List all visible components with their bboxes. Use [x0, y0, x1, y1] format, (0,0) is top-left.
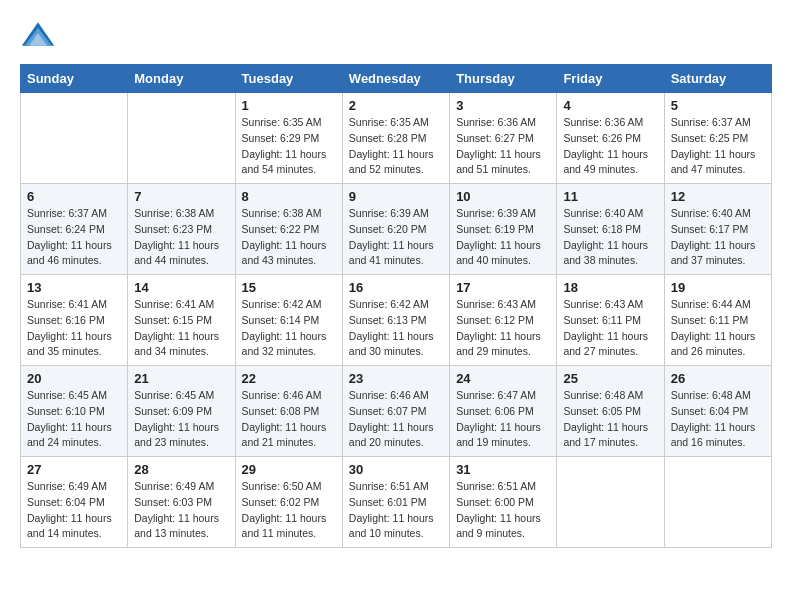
- day-number: 20: [27, 371, 121, 386]
- day-detail: Sunrise: 6:49 AMSunset: 6:04 PMDaylight:…: [27, 479, 121, 542]
- calendar-week-row: 1Sunrise: 6:35 AMSunset: 6:29 PMDaylight…: [21, 93, 772, 184]
- day-detail: Sunrise: 6:48 AMSunset: 6:05 PMDaylight:…: [563, 388, 657, 451]
- day-detail: Sunrise: 6:51 AMSunset: 6:01 PMDaylight:…: [349, 479, 443, 542]
- day-number: 22: [242, 371, 336, 386]
- weekday-header-saturday: Saturday: [664, 65, 771, 93]
- calendar-cell: 22Sunrise: 6:46 AMSunset: 6:08 PMDayligh…: [235, 366, 342, 457]
- calendar-cell: 15Sunrise: 6:42 AMSunset: 6:14 PMDayligh…: [235, 275, 342, 366]
- logo-icon: [20, 20, 56, 48]
- day-detail: Sunrise: 6:41 AMSunset: 6:16 PMDaylight:…: [27, 297, 121, 360]
- day-detail: Sunrise: 6:47 AMSunset: 6:06 PMDaylight:…: [456, 388, 550, 451]
- calendar-cell: [557, 457, 664, 548]
- calendar-cell: 18Sunrise: 6:43 AMSunset: 6:11 PMDayligh…: [557, 275, 664, 366]
- day-detail: Sunrise: 6:36 AMSunset: 6:27 PMDaylight:…: [456, 115, 550, 178]
- day-number: 6: [27, 189, 121, 204]
- calendar-cell: 30Sunrise: 6:51 AMSunset: 6:01 PMDayligh…: [342, 457, 449, 548]
- day-number: 13: [27, 280, 121, 295]
- day-detail: Sunrise: 6:40 AMSunset: 6:17 PMDaylight:…: [671, 206, 765, 269]
- day-detail: Sunrise: 6:36 AMSunset: 6:26 PMDaylight:…: [563, 115, 657, 178]
- day-detail: Sunrise: 6:38 AMSunset: 6:22 PMDaylight:…: [242, 206, 336, 269]
- calendar-cell: 17Sunrise: 6:43 AMSunset: 6:12 PMDayligh…: [450, 275, 557, 366]
- day-detail: Sunrise: 6:37 AMSunset: 6:25 PMDaylight:…: [671, 115, 765, 178]
- day-number: 5: [671, 98, 765, 113]
- calendar-cell: 6Sunrise: 6:37 AMSunset: 6:24 PMDaylight…: [21, 184, 128, 275]
- weekday-header-monday: Monday: [128, 65, 235, 93]
- weekday-header-thursday: Thursday: [450, 65, 557, 93]
- day-detail: Sunrise: 6:42 AMSunset: 6:14 PMDaylight:…: [242, 297, 336, 360]
- day-detail: Sunrise: 6:51 AMSunset: 6:00 PMDaylight:…: [456, 479, 550, 542]
- calendar-cell: 16Sunrise: 6:42 AMSunset: 6:13 PMDayligh…: [342, 275, 449, 366]
- calendar-cell: 7Sunrise: 6:38 AMSunset: 6:23 PMDaylight…: [128, 184, 235, 275]
- calendar-cell: 11Sunrise: 6:40 AMSunset: 6:18 PMDayligh…: [557, 184, 664, 275]
- calendar-cell: 9Sunrise: 6:39 AMSunset: 6:20 PMDaylight…: [342, 184, 449, 275]
- day-number: 18: [563, 280, 657, 295]
- day-number: 10: [456, 189, 550, 204]
- calendar-cell: 26Sunrise: 6:48 AMSunset: 6:04 PMDayligh…: [664, 366, 771, 457]
- day-number: 25: [563, 371, 657, 386]
- calendar-cell: 5Sunrise: 6:37 AMSunset: 6:25 PMDaylight…: [664, 93, 771, 184]
- day-detail: Sunrise: 6:37 AMSunset: 6:24 PMDaylight:…: [27, 206, 121, 269]
- day-detail: Sunrise: 6:39 AMSunset: 6:20 PMDaylight:…: [349, 206, 443, 269]
- calendar-cell: 1Sunrise: 6:35 AMSunset: 6:29 PMDaylight…: [235, 93, 342, 184]
- calendar-cell: [664, 457, 771, 548]
- day-number: 28: [134, 462, 228, 477]
- calendar-week-row: 27Sunrise: 6:49 AMSunset: 6:04 PMDayligh…: [21, 457, 772, 548]
- calendar-week-row: 6Sunrise: 6:37 AMSunset: 6:24 PMDaylight…: [21, 184, 772, 275]
- day-number: 12: [671, 189, 765, 204]
- calendar-cell: 20Sunrise: 6:45 AMSunset: 6:10 PMDayligh…: [21, 366, 128, 457]
- day-detail: Sunrise: 6:48 AMSunset: 6:04 PMDaylight:…: [671, 388, 765, 451]
- day-number: 31: [456, 462, 550, 477]
- day-number: 17: [456, 280, 550, 295]
- day-number: 23: [349, 371, 443, 386]
- day-number: 14: [134, 280, 228, 295]
- calendar-cell: 28Sunrise: 6:49 AMSunset: 6:03 PMDayligh…: [128, 457, 235, 548]
- weekday-header-sunday: Sunday: [21, 65, 128, 93]
- day-number: 3: [456, 98, 550, 113]
- calendar-cell: [128, 93, 235, 184]
- day-number: 19: [671, 280, 765, 295]
- day-number: 30: [349, 462, 443, 477]
- page-header: [20, 20, 772, 48]
- logo: [20, 20, 62, 48]
- day-number: 8: [242, 189, 336, 204]
- day-detail: Sunrise: 6:49 AMSunset: 6:03 PMDaylight:…: [134, 479, 228, 542]
- day-detail: Sunrise: 6:45 AMSunset: 6:09 PMDaylight:…: [134, 388, 228, 451]
- calendar-cell: 27Sunrise: 6:49 AMSunset: 6:04 PMDayligh…: [21, 457, 128, 548]
- day-detail: Sunrise: 6:46 AMSunset: 6:08 PMDaylight:…: [242, 388, 336, 451]
- day-number: 29: [242, 462, 336, 477]
- day-number: 11: [563, 189, 657, 204]
- day-detail: Sunrise: 6:35 AMSunset: 6:29 PMDaylight:…: [242, 115, 336, 178]
- calendar-table: SundayMondayTuesdayWednesdayThursdayFrid…: [20, 64, 772, 548]
- day-detail: Sunrise: 6:44 AMSunset: 6:11 PMDaylight:…: [671, 297, 765, 360]
- day-detail: Sunrise: 6:38 AMSunset: 6:23 PMDaylight:…: [134, 206, 228, 269]
- calendar-cell: 3Sunrise: 6:36 AMSunset: 6:27 PMDaylight…: [450, 93, 557, 184]
- calendar-cell: 24Sunrise: 6:47 AMSunset: 6:06 PMDayligh…: [450, 366, 557, 457]
- calendar-cell: 12Sunrise: 6:40 AMSunset: 6:17 PMDayligh…: [664, 184, 771, 275]
- day-detail: Sunrise: 6:46 AMSunset: 6:07 PMDaylight:…: [349, 388, 443, 451]
- day-number: 7: [134, 189, 228, 204]
- calendar-cell: 19Sunrise: 6:44 AMSunset: 6:11 PMDayligh…: [664, 275, 771, 366]
- calendar-cell: 4Sunrise: 6:36 AMSunset: 6:26 PMDaylight…: [557, 93, 664, 184]
- calendar-cell: 2Sunrise: 6:35 AMSunset: 6:28 PMDaylight…: [342, 93, 449, 184]
- day-number: 2: [349, 98, 443, 113]
- day-detail: Sunrise: 6:43 AMSunset: 6:11 PMDaylight:…: [563, 297, 657, 360]
- calendar-cell: [21, 93, 128, 184]
- calendar-cell: 8Sunrise: 6:38 AMSunset: 6:22 PMDaylight…: [235, 184, 342, 275]
- day-detail: Sunrise: 6:43 AMSunset: 6:12 PMDaylight:…: [456, 297, 550, 360]
- calendar-cell: 14Sunrise: 6:41 AMSunset: 6:15 PMDayligh…: [128, 275, 235, 366]
- weekday-header-wednesday: Wednesday: [342, 65, 449, 93]
- day-number: 4: [563, 98, 657, 113]
- calendar-week-row: 13Sunrise: 6:41 AMSunset: 6:16 PMDayligh…: [21, 275, 772, 366]
- day-number: 24: [456, 371, 550, 386]
- weekday-header-row: SundayMondayTuesdayWednesdayThursdayFrid…: [21, 65, 772, 93]
- day-number: 21: [134, 371, 228, 386]
- calendar-week-row: 20Sunrise: 6:45 AMSunset: 6:10 PMDayligh…: [21, 366, 772, 457]
- day-detail: Sunrise: 6:45 AMSunset: 6:10 PMDaylight:…: [27, 388, 121, 451]
- weekday-header-friday: Friday: [557, 65, 664, 93]
- day-detail: Sunrise: 6:42 AMSunset: 6:13 PMDaylight:…: [349, 297, 443, 360]
- day-number: 1: [242, 98, 336, 113]
- day-detail: Sunrise: 6:35 AMSunset: 6:28 PMDaylight:…: [349, 115, 443, 178]
- calendar-cell: 10Sunrise: 6:39 AMSunset: 6:19 PMDayligh…: [450, 184, 557, 275]
- day-detail: Sunrise: 6:40 AMSunset: 6:18 PMDaylight:…: [563, 206, 657, 269]
- day-number: 26: [671, 371, 765, 386]
